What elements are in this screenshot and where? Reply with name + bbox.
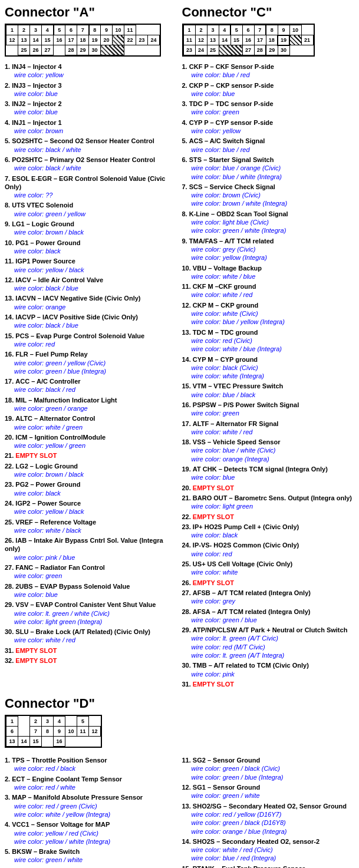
item-label: IAB – Intake Air Bypass Cntrl Sol. Value… <box>5 537 163 552</box>
list-item: 7. ESOL E-EGR – EGR Control Solenoid Val… <box>5 174 177 200</box>
pin-table-c: 1234 567 8910 11121314151617181921 23242… <box>183 25 314 55</box>
wire-color: wire color: red (Civic) <box>182 336 355 345</box>
wire-color: wire color: white / red <box>5 636 177 644</box>
item-label: INJ4 – Injector 4 <box>12 63 61 70</box>
item-number: 11. <box>5 258 14 265</box>
item-label: CYP P – CYP sensor P-side <box>189 119 273 126</box>
item-number: 24. <box>5 500 14 507</box>
item-label: IACV – Idle Air Control Valve <box>15 276 103 283</box>
empty-slot-label: EMPTY SLOT <box>193 513 234 520</box>
item-number: 5. <box>5 848 10 855</box>
item-number: 17. <box>182 420 191 427</box>
list-item: 15. VTM – VTEC Pressure Switchwire color… <box>182 382 355 399</box>
connector-a-items: 1. INJ4 – Injector 4wire color: yellow2.… <box>5 62 177 665</box>
item-label: UTS VTEC Solenoid <box>12 202 73 209</box>
list-item: 30. SLU – Brake Lock (A/T Related) (Civi… <box>5 628 177 645</box>
list-item: 3. MAP – Manifold Absolute Pressure Sens… <box>5 793 177 819</box>
item-label: 2UBS – EVAP Bypass Solenoid Value <box>15 583 130 590</box>
item-label: VTM – VTEC Pressure Switch <box>193 382 283 390</box>
item-number: 28. <box>5 583 14 590</box>
item-number: 4. <box>182 119 187 126</box>
wire-color: wire color: green / white (Integra) <box>182 226 355 235</box>
list-item: 4. VCC1 – Sensor Voltage for MAPwire col… <box>5 820 177 846</box>
item-label: CKP P – CKP sensor P-side <box>189 82 274 89</box>
list-item: 31. EMPTY SLOT <box>5 646 177 655</box>
list-item: 13. SHO2/SG – Secondary Heated O2, Senso… <box>182 802 355 836</box>
item-number: 15. <box>182 382 191 390</box>
empty-slot-label: EMPTY SLOT <box>15 647 57 654</box>
item-label: PG2 – Power Ground <box>15 481 80 488</box>
wire-color: wire color: red / black <box>5 764 177 773</box>
wire-color: wire color: black <box>5 489 177 497</box>
item-number: 30. <box>5 628 14 635</box>
item-number: 20. <box>5 434 14 441</box>
wire-color: wire color: blue <box>182 473 355 481</box>
connector-d-left: 1. TPS – Throttle Position Sensorwire co… <box>5 756 177 868</box>
wire-color: wire color: brown / black <box>5 470 177 478</box>
item-number: 8. <box>182 210 187 217</box>
list-item: 24. IGP2 – Power Sourcewire color: yello… <box>5 499 177 516</box>
wire-color: wire color: green <box>182 409 355 417</box>
connector-c-block: Connector "C" 1234 567 8910 111213141516… <box>182 5 355 690</box>
wire-color: wire color: blue / yellow (Integra) <box>182 318 355 326</box>
wire-color: wire color: green / black (D16Y8) <box>182 819 355 827</box>
wire-color: wire color: brown / white (Integra) <box>182 199 355 207</box>
item-number: 13. <box>182 329 191 336</box>
item-label: AT CHK – Detects TCM signal (Integra Onl… <box>193 466 328 473</box>
list-item: 2. ECT – Engine Coolant Temp Sensorwire … <box>5 775 177 792</box>
list-item: 2. INJ3 – Injector 3wire color: blue <box>5 81 177 98</box>
item-number: 1. <box>5 63 10 70</box>
item-number: 2. <box>5 82 10 89</box>
list-item: 15. PCS – Evap Purge Control Solenoid Va… <box>5 332 177 349</box>
empty-slot-label: EMPTY SLOT <box>193 681 234 688</box>
item-number: 14. <box>182 356 191 363</box>
item-label: PSPSW – P/S Power Switch Signal <box>193 401 299 408</box>
item-label: VBU – Voltage Backup <box>193 265 262 272</box>
wire-color: wire color: red / green (Civic) <box>5 802 177 810</box>
empty-slot-label: EMPTY SLOT <box>193 579 234 586</box>
item-number: 24. <box>182 542 191 549</box>
list-item: 16. FLR – Fuel Pump Relaywire color: gre… <box>5 350 177 375</box>
list-item: 22. LG2 – Logic Groundwire color: brown … <box>5 462 177 479</box>
item-label: ALTC – Alternator Control <box>15 415 95 422</box>
list-item: 1. INJ4 – Injector 4wire color: yellow <box>5 62 177 80</box>
item-label: BKSW – Brake Switch <box>12 848 80 855</box>
list-item: 3. INJ2 – Injector 2wire color: blue <box>5 100 177 117</box>
wire-color: wire color: brown / black <box>5 228 177 236</box>
wire-color: wire color: white / yellow (Integra) <box>5 810 177 819</box>
item-label: VCC1 – Sensor Voltage for MAP <box>12 821 110 828</box>
list-item: 13. TDC M – TDC groundwire color: red (C… <box>182 328 355 354</box>
list-item: 9. LG1 – Logic Groundwire color: brown /… <box>5 220 177 237</box>
wire-color: wire color: yellow <box>5 71 177 79</box>
item-number: 23. <box>5 481 14 488</box>
list-item: 8. K-Line – OBD2 Scan Tool Signalwire co… <box>182 210 355 235</box>
item-label: IACVN – IACV Negative Side (Civic Only) <box>15 295 140 302</box>
item-number: 18. <box>182 438 191 445</box>
connector-a-grid: 1234 567 891011 121314151617181920222324… <box>5 24 161 57</box>
list-item: 1. CKF P – CKF Sensor P-sidewire color: … <box>182 62 355 80</box>
wire-color: wire color: blue / red <box>182 146 355 154</box>
list-item: 25. US+ US Cell Voltage (Civic Only)wire… <box>182 560 355 577</box>
item-number: 31. <box>182 681 191 688</box>
list-item: 11. SG2 – Sensor Groundwire color: green… <box>182 756 355 781</box>
item-number: 10. <box>182 265 191 272</box>
list-item: 18. VSS – Vehicle Speed Sensorwire color… <box>182 438 355 463</box>
wire-color: wire color: ?? <box>5 191 177 199</box>
connector-d-items-right: 11. SG2 – Sensor Groundwire color: green… <box>182 756 355 868</box>
list-item: 14. CYP M – CYP groundwire color: black … <box>182 355 355 381</box>
item-number: 3. <box>5 100 10 107</box>
item-label: FLR – Fuel Pump Relay <box>15 351 87 358</box>
wire-color: wire color: white (Civic) <box>182 309 355 318</box>
connector-c-items: 1. CKF P – CKF Sensor P-sidewire color: … <box>182 62 355 688</box>
item-number: 5. <box>182 137 187 144</box>
list-item: 5. BKSW – Brake Switchwire color: green … <box>5 847 177 864</box>
item-label: INJ2 – Injector 2 <box>12 100 61 107</box>
connector-c-title: Connector "C" <box>182 5 355 20</box>
list-item: 27. FANC – Radiator Fan Controlwire colo… <box>5 563 177 580</box>
item-label: VSV – EVAP Control Canister Vent Shut Va… <box>15 601 156 608</box>
item-label: ACC – A/C Controller <box>15 378 80 385</box>
list-item: 15. PTANK – Fuel Tank Pressure Sensorwir… <box>182 864 355 868</box>
item-number: 12. <box>182 784 191 791</box>
wire-color: wire color: green / blue <box>182 616 355 624</box>
connector-d-title: Connector "D" <box>5 696 354 711</box>
